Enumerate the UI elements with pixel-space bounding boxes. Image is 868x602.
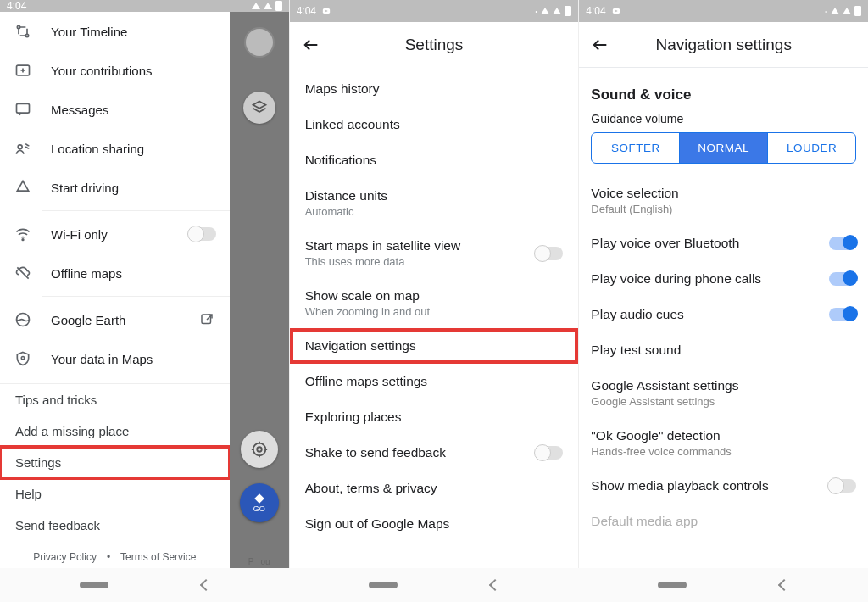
- drawer-text-add-place[interactable]: Add a missing place: [0, 415, 230, 447]
- locate-fab[interactable]: [241, 431, 278, 468]
- settings-item-navigation[interactable]: Navigation settings: [290, 328, 579, 364]
- item-label: About, terms & privacy: [305, 481, 437, 496]
- settings-item-shake[interactable]: Shake to send feedback: [290, 435, 579, 471]
- status-bar: 4:04: [0, 0, 289, 12]
- home-pill[interactable]: [369, 582, 398, 588]
- back-button[interactable]: [591, 36, 609, 54]
- signal-icon: [264, 3, 272, 9]
- drawer-text-feedback[interactable]: Send feedback: [0, 510, 230, 541]
- battery-icon: [565, 6, 571, 16]
- signal-icon: [843, 8, 851, 14]
- svg-point-10: [253, 443, 265, 456]
- drawer-label: Your data in Maps: [51, 352, 216, 366]
- settings-item-notifications[interactable]: Notifications: [290, 142, 579, 178]
- nav-item-ok-google[interactable]: "Ok Google" detectionHands-free voice co…: [579, 418, 868, 468]
- item-label: Navigation settings: [305, 338, 416, 354]
- svg-point-1: [25, 34, 28, 36]
- bluetooth-switch[interactable]: [829, 237, 856, 250]
- seg-normal[interactable]: NORMAL: [679, 133, 767, 163]
- nav-item-test-sound[interactable]: Play test sound: [579, 332, 868, 368]
- status-time: 4:04: [297, 5, 316, 17]
- avatar[interactable]: [244, 27, 275, 58]
- back-gesture-icon[interactable]: [489, 579, 501, 591]
- settings-item-signout[interactable]: Sign out of Google Maps: [290, 506, 579, 542]
- drawer-item-google-earth[interactable]: Google Earth: [0, 300, 230, 339]
- system-navbar: [0, 568, 868, 602]
- back-gesture-icon[interactable]: [778, 579, 790, 591]
- wifi-only-switch[interactable]: [189, 227, 216, 241]
- nav-item-phone-calls[interactable]: Play voice during phone calls: [579, 261, 868, 297]
- nav-item-media-controls[interactable]: Show media playback controls: [579, 468, 868, 504]
- item-sub: This uses more data: [305, 255, 461, 268]
- signal-icon: [831, 8, 839, 14]
- drawer-item-start-driving[interactable]: Start driving: [0, 168, 230, 207]
- settings-item-maps-history[interactable]: Maps history: [290, 71, 579, 107]
- nav-item-voice-selection[interactable]: Voice selectionDefault (English): [579, 176, 868, 226]
- settings-item-distance-units[interactable]: Distance unitsAutomatic: [290, 178, 579, 228]
- map-behind-scrim: GO P ou: [230, 12, 289, 568]
- settings-item-exploring[interactable]: Exploring places: [290, 399, 579, 435]
- nav-item-assistant[interactable]: Google Assistant settingsGoogle Assistan…: [579, 368, 868, 418]
- terms-link[interactable]: Terms of Service: [120, 551, 196, 563]
- youtube-icon: [321, 7, 331, 15]
- go-fab[interactable]: GO: [240, 483, 279, 522]
- nav-drawer: Your Timeline Your contributions: [0, 12, 230, 568]
- privacy-link[interactable]: Privacy Policy: [33, 551, 97, 563]
- drawer-item-wifi-only[interactable]: Wi-Fi only: [0, 215, 230, 254]
- nav-item-default-media: Default media app: [579, 504, 868, 539]
- drawer-item-contributions[interactable]: Your contributions: [0, 51, 230, 90]
- signal-icon: [553, 8, 561, 14]
- svg-rect-3: [17, 103, 30, 113]
- satellite-switch[interactable]: [536, 247, 563, 260]
- dot-separator: •: [107, 551, 110, 563]
- youtube-icon: [611, 7, 621, 15]
- home-pill[interactable]: [80, 582, 108, 588]
- item-label: Shake to send feedback: [305, 445, 446, 460]
- settings-item-scale[interactable]: Show scale on mapWhen zooming in and out: [290, 278, 579, 328]
- item-label: Show media playback controls: [591, 478, 768, 493]
- item-label: Google Assistant settings: [591, 378, 738, 393]
- seg-louder[interactable]: LOUDER: [767, 133, 855, 163]
- item-label: Default media app: [591, 514, 698, 529]
- svg-point-8: [21, 357, 24, 360]
- settings-item-about[interactable]: About, terms & privacy: [290, 471, 579, 506]
- drawer-item-location-sharing[interactable]: Location sharing: [0, 129, 230, 168]
- drawer-label: Offline maps: [51, 266, 216, 281]
- nav-item-audio-cues[interactable]: Play audio cues: [579, 297, 868, 332]
- item-label: "Ok Google" detection: [591, 428, 731, 443]
- media-switch[interactable]: [829, 479, 856, 493]
- drawer-label: Your Timeline: [51, 25, 216, 39]
- drawer-item-messages[interactable]: Messages: [0, 90, 230, 129]
- location-sharing-icon: [14, 139, 32, 158]
- divider: [42, 210, 230, 211]
- nav-item-bluetooth[interactable]: Play voice over Bluetooth: [579, 226, 868, 261]
- drawer-text-help[interactable]: Help: [0, 478, 230, 510]
- audiocues-switch[interactable]: [829, 308, 856, 321]
- drawer-item-offline-maps[interactable]: Offline maps: [0, 254, 230, 293]
- back-button[interactable]: [302, 36, 320, 54]
- svg-point-9: [257, 447, 262, 452]
- phonecalls-switch[interactable]: [829, 272, 856, 286]
- settings-item-linked-accounts[interactable]: Linked accounts: [290, 107, 579, 142]
- settings-item-satellite[interactable]: Start maps in satellite viewThis uses mo…: [290, 228, 579, 278]
- drawer-item-your-data[interactable]: Your data in Maps: [0, 339, 230, 378]
- settings-header: Settings: [290, 22, 579, 68]
- home-pill[interactable]: [658, 582, 687, 588]
- shake-switch[interactable]: [536, 446, 563, 460]
- item-label: Voice selection: [591, 186, 678, 201]
- battery-icon: [275, 1, 282, 11]
- item-sub: When zooming in and out: [305, 305, 430, 318]
- nav-settings-list: Sound & voice Guidance volume SOFTER NOR…: [579, 68, 868, 568]
- earth-icon: [14, 310, 32, 329]
- seg-softer[interactable]: SOFTER: [592, 133, 679, 163]
- drawer-item-timeline[interactable]: Your Timeline: [0, 12, 230, 51]
- settings-item-offline[interactable]: Offline maps settings: [290, 364, 579, 399]
- shield-icon: [14, 349, 32, 368]
- wifi-icon: [14, 225, 32, 243]
- layers-fab[interactable]: [243, 92, 275, 124]
- back-gesture-icon[interactable]: [200, 579, 212, 591]
- item-label: Sign out of Google Maps: [305, 516, 450, 532]
- drawer-text-tips[interactable]: Tips and tricks: [0, 384, 230, 415]
- drawer-text-settings[interactable]: Settings: [0, 447, 230, 478]
- dot-icon: •: [825, 8, 827, 15]
